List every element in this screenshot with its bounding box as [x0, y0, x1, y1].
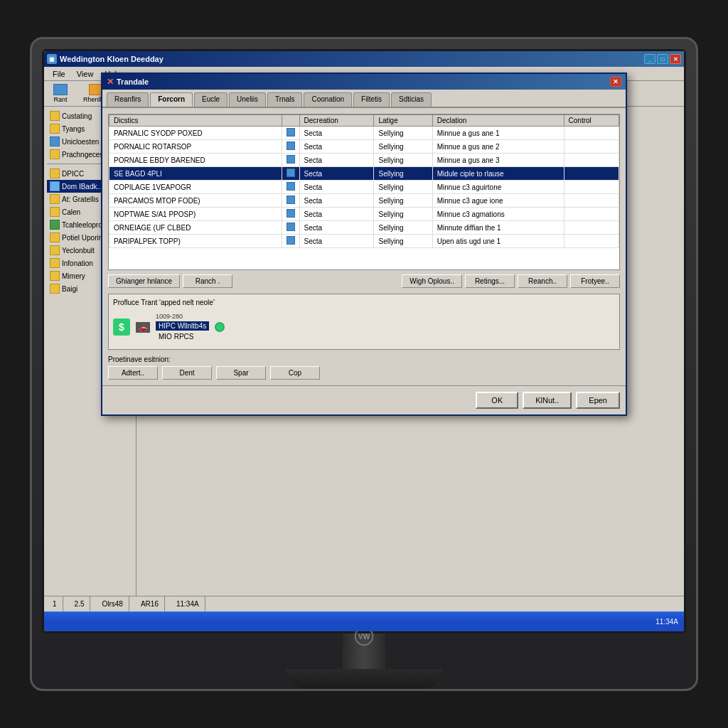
table-cell-declation: Minnue c3 aguirtone: [432, 181, 564, 194]
tab-forcorn[interactable]: Forcorn: [150, 92, 193, 107]
col-control: Control: [564, 115, 619, 127]
table-cell-icon: [282, 181, 299, 194]
table-cell-name: PORNALE EBDY BARENED: [109, 154, 282, 167]
table-row[interactable]: ORNEIAGE (UF CLBEDSectaSellyingMinnute d…: [109, 221, 619, 235]
action-section: Proetinave esitnion: Adtert.. Dent Spar …: [108, 355, 620, 380]
preview-label: Profluce Trant 'apped nelt neole': [113, 299, 615, 306]
preview-content: $ 🚗 1009-280 HIPC Wllnltb4s MIO RPCS: [113, 309, 615, 345]
taskbar: 11:34A: [44, 611, 684, 631]
table-cell-latige: Sellying: [374, 140, 432, 154]
table-cell-latige: Sellying: [374, 235, 432, 248]
table-cell-icon: [282, 235, 299, 248]
table-cell-declation: Minnue c3 agmations: [432, 208, 564, 221]
wigh-oplous-button[interactable]: Wigh Oplous..: [402, 274, 462, 288]
dialog-body: Dicstics Decreation Latige Declation Con…: [102, 108, 626, 385]
ranch-button[interactable]: Ranch .: [183, 274, 232, 288]
retings-button[interactable]: Retings...: [465, 274, 515, 288]
table-cell-decreation: Secta: [299, 181, 374, 194]
desktop: ▣ Weddington Kloen Deedday _ □ ✕ File Vi…: [44, 51, 684, 631]
table-row[interactable]: PORNALE EBDY BARENEDSectaSellyingMinnue …: [109, 154, 619, 167]
items-table: Dicstics Decreation Latige Declation Con…: [109, 114, 619, 248]
col-icon: [282, 115, 299, 127]
table-row[interactable]: PARCAMOS MTOP FODE)SectaSellyingMinnue c…: [109, 194, 619, 208]
ghianger-hnlance-button[interactable]: Ghianger hnlance: [108, 274, 180, 288]
preview-list: 1009-280 HIPC Wllnltb4s MIO RPCS: [156, 313, 209, 341]
table-cell-declation: Upen atis ugd une 1: [432, 235, 564, 248]
tab-filtetis[interactable]: Filtetis: [353, 92, 390, 107]
table-cell-latige: Sellying: [374, 154, 432, 167]
tab-uneliis[interactable]: Uneliis: [229, 92, 266, 107]
table-cell-control: [564, 235, 619, 248]
klnut-button[interactable]: KlNut..: [523, 392, 572, 409]
dialog-footer: OK KlNut.. Epen: [102, 385, 626, 414]
frotyee-button[interactable]: Frotyee..: [570, 274, 620, 288]
cop-button[interactable]: Cop: [270, 366, 320, 380]
table-cell-control: [564, 154, 619, 167]
table-cell-control: [564, 194, 619, 208]
table-cell-name: PORNALIC ROTARSOP: [109, 140, 282, 154]
reanch-button[interactable]: Reanch..: [518, 274, 567, 288]
table-cell-control: [564, 127, 619, 140]
table-cell-name: NOPTWAE S/A1 PPOSP): [109, 208, 282, 221]
table-row[interactable]: PARNALIC SYODP POXEDSectaSellyingMinnue …: [109, 127, 619, 140]
epen-button[interactable]: Epen: [576, 392, 620, 409]
tab-strip: Reanfirs Forcorn Eucle Uneliis Trnals Co…: [102, 90, 626, 108]
table-cell-icon: [282, 140, 299, 154]
table-cell-control: [564, 140, 619, 154]
trandale-dialog: ✕ Trandale ✕ Reanfirs Forcorn Eucle Unel…: [101, 73, 627, 416]
table-cell-control: [564, 221, 619, 235]
table-cell-name: COPILAGE 1VEAPOGR: [109, 181, 282, 194]
screen-bezel: ▣ Weddington Kloen Deedday _ □ ✕ File Vi…: [42, 49, 686, 633]
preview-item-selected[interactable]: HIPC Wllnltb4s: [156, 321, 209, 331]
taskbar-time: 11:34A: [655, 618, 678, 626]
table-cell-name: PARIPALPEK TOPP): [109, 235, 282, 248]
tab-coonation[interactable]: Coonation: [304, 92, 352, 107]
table-cell-name: SE BAGD 4PLI: [109, 167, 282, 181]
table-container: Dicstics Decreation Latige Declation Con…: [108, 114, 620, 270]
table-cell-declation: Minnue a gus ane 2: [432, 140, 564, 154]
table-cell-name: ORNEIAGE (UF CLBED: [109, 221, 282, 235]
status-dot: [215, 322, 225, 332]
ok-button[interactable]: OK: [476, 392, 518, 409]
spar-button[interactable]: Spar: [216, 366, 266, 380]
tab-trnals[interactable]: Trnals: [267, 92, 302, 107]
table-header-row: Dicstics Decreation Latige Declation Con…: [109, 115, 619, 127]
col-declation: Declation: [432, 115, 564, 127]
taskbar-status: 11:34A: [655, 618, 684, 626]
table-cell-latige: Sellying: [374, 167, 432, 181]
dialog-close-button[interactable]: ✕: [610, 77, 621, 87]
dialog-overlay: ✕ Trandale ✕ Reanfirs Forcorn Eucle Unel…: [44, 51, 684, 611]
table-cell-name: PARNALIC SYODP POXED: [109, 127, 282, 140]
tab-eucle[interactable]: Eucle: [194, 92, 228, 107]
table-cell-icon: [282, 167, 299, 181]
table-row[interactable]: PARIPALPEK TOPP)SectaSellyingUpen atis u…: [109, 235, 619, 248]
money-icon: $: [113, 318, 130, 336]
table-row[interactable]: SE BAGD 4PLISectaSellyingMidule ciple to…: [109, 167, 619, 181]
table-row[interactable]: NOPTWAE S/A1 PPOSP)SectaSellyingMinnue c…: [109, 208, 619, 221]
preview-section: Profluce Trant 'apped nelt neole' $ 🚗 10…: [108, 294, 620, 350]
table-cell-control: [564, 181, 619, 194]
tab-reanfirs[interactable]: Reanfirs: [107, 92, 149, 107]
dent-button[interactable]: Dent: [162, 366, 212, 380]
table-cell-declation: Minnue a gus ane 3: [432, 154, 564, 167]
table-cell-icon: [282, 194, 299, 208]
table-cell-control: [564, 208, 619, 221]
table-cell-declation: Minnute diffian the 1: [432, 221, 564, 235]
table-cell-decreation: Secta: [299, 127, 374, 140]
table-cell-declation: Midule ciple to rlause: [432, 167, 564, 181]
table-row[interactable]: COPILAGE 1VEAPOGRSectaSellyingMinnue c3 …: [109, 181, 619, 194]
svg-text:VW: VW: [358, 632, 370, 641]
table-row[interactable]: PORNALIC ROTARSOPSectaSellyingMinnue a g…: [109, 140, 619, 154]
monitor: ▣ Weddington Kloen Deedday _ □ ✕ File Vi…: [30, 37, 698, 691]
table-cell-icon: [282, 127, 299, 140]
table-cell-decreation: Secta: [299, 208, 374, 221]
main-window: ▣ Weddington Kloen Deedday _ □ ✕ File Vi…: [44, 51, 684, 611]
table-cell-decreation: Secta: [299, 154, 374, 167]
adtert-button[interactable]: Adtert..: [108, 366, 158, 380]
preview-item-2[interactable]: MIO RPCS: [156, 332, 209, 341]
table-cell-icon: [282, 208, 299, 221]
table-cell-latige: Sellying: [374, 127, 432, 140]
tab-sdticias[interactable]: Sdticias: [391, 92, 432, 107]
table-cell-declation: Minnue a gus ane 1: [432, 127, 564, 140]
table-cell-latige: Sellying: [374, 181, 432, 194]
